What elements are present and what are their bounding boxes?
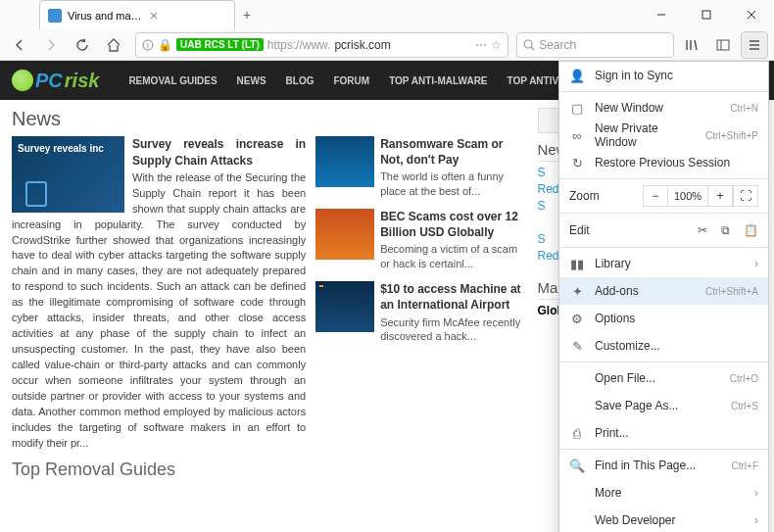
article-excerpt: Becoming a victim of a scam or hack is c… (380, 243, 517, 269)
news-heading: News (12, 108, 526, 130)
titlebar: Virus and malware removal ins × + (0, 0, 774, 29)
featured-article: Survey reveals inc Survey reveals increa… (12, 136, 306, 452)
reload-button[interactable] (69, 31, 96, 59)
gear-icon: ⚙ (569, 312, 585, 326)
logo-text-2: risk (65, 70, 100, 92)
mask-icon: ∞ (569, 128, 585, 143)
minimize-button[interactable] (639, 0, 684, 29)
article-thumb (315, 136, 374, 187)
library-button[interactable] (678, 31, 705, 59)
menu-restore[interactable]: ↻Restore Previous Session (559, 149, 768, 176)
print-icon: ⎙ (569, 426, 585, 441)
library-icon: ▮▮ (569, 257, 585, 271)
bookmark-icon[interactable]: ☆ (491, 38, 502, 52)
chevron-right-icon: › (754, 486, 758, 500)
maximize-button[interactable] (684, 0, 729, 29)
zoom-out-button[interactable]: − (643, 185, 668, 207)
content-area: PCrisk REMOVAL GUIDES NEWS BLOG FORUM TO… (0, 61, 774, 532)
featured-thumb: Survey reveals inc (12, 136, 124, 213)
main-column: News Survey reveals inc Survey reveals i… (12, 108, 526, 480)
nav-anti-malware[interactable]: TOP ANTI-MALWARE (379, 75, 497, 86)
article-excerpt: The world is often a funny place at the … (380, 170, 504, 197)
article-title: Ransomware Scam or Not, don't Pay (380, 136, 525, 168)
svg-rect-11 (717, 40, 729, 50)
search-icon (523, 39, 535, 51)
customize-icon: ✎ (569, 339, 585, 354)
menu-new-private[interactable]: ∞New Private WindowCtrl+Shift+P (559, 121, 768, 149)
article-bec[interactable]: BEC Scams cost over 12 Billion USD Globa… (315, 209, 525, 271)
sidebar-button[interactable] (709, 31, 737, 59)
svg-rect-1 (702, 11, 710, 19)
back-button[interactable] (6, 31, 33, 59)
svg-text:i: i (147, 41, 149, 50)
menu-more[interactable]: More› (559, 479, 768, 507)
search-bar[interactable]: Search (516, 32, 674, 58)
featured-body: conducted by CrowdStrike further showed … (12, 218, 306, 449)
window-icon: ▢ (569, 101, 585, 116)
menu-sync[interactable]: 👤Sign in to Sync (559, 62, 768, 89)
cut-icon[interactable]: ✂ (698, 223, 707, 237)
tab-title: Virus and malware removal ins (68, 10, 144, 22)
chevron-right-icon: › (754, 513, 758, 527)
hamburger-menu-button[interactable] (741, 31, 768, 59)
paste-icon[interactable]: 📋 (744, 223, 758, 237)
fullscreen-button[interactable]: ⛶ (733, 185, 758, 207)
copy-icon[interactable]: ⧉ (721, 223, 730, 237)
forward-button[interactable] (37, 31, 65, 59)
tab-favicon (48, 9, 62, 23)
nav-forum[interactable]: FORUM (323, 75, 379, 86)
restore-icon: ↻ (569, 156, 585, 170)
logo-text-1: PC (35, 70, 63, 92)
menu-find[interactable]: 🔍Find in This Page...Ctrl+F (559, 452, 768, 479)
menu-edit: Edit ✂ ⧉ 📋 (559, 216, 768, 245)
addons-icon: ✦ (569, 284, 585, 299)
site-logo[interactable]: PCrisk (12, 70, 99, 92)
article-title: $10 to access Machine at an Internationa… (380, 281, 525, 313)
browser-tab[interactable]: Virus and malware removal ins × (39, 0, 235, 29)
article-thumb (315, 281, 374, 332)
nav-blog[interactable]: BLOG (276, 75, 324, 86)
ev-badge: UAB RCS LT (LT) (176, 38, 264, 51)
app-menu: 👤Sign in to Sync ▢New WindowCtrl+N ∞New … (558, 61, 769, 532)
url-host: pcrisk.com (334, 38, 390, 52)
nav-removal-guides[interactable]: REMOVAL GUIDES (119, 75, 226, 86)
page-actions-icon[interactable]: ⋯ (475, 38, 487, 52)
menu-library[interactable]: ▮▮Library› (559, 250, 768, 277)
menu-print[interactable]: ⎙Print... (559, 419, 768, 447)
svg-point-6 (524, 40, 532, 48)
article-title: BEC Scams cost over 12 Billion USD Globa… (380, 209, 525, 240)
lock-icon: 🔒 (158, 38, 172, 52)
menu-customize[interactable]: ✎Customize... (559, 332, 768, 360)
close-tab-icon[interactable]: × (150, 8, 226, 24)
new-tab-button[interactable]: + (243, 7, 251, 23)
menu-open-file[interactable]: Open File...Ctrl+O (559, 364, 768, 392)
menu-webdev[interactable]: Web Developer› (559, 507, 768, 532)
zoom-value: 100% (668, 185, 707, 207)
secondary-articles: Ransomware Scam or Not, don't PayThe wor… (315, 136, 525, 452)
svg-line-10 (695, 40, 697, 50)
top-removal-heading: Top Removal Guides (12, 459, 526, 480)
home-button[interactable] (100, 31, 127, 59)
toolbar: i 🔒 UAB RCS LT (LT) https://www.pcrisk.c… (0, 29, 774, 61)
find-icon: 🔍 (569, 459, 585, 473)
sync-icon: 👤 (569, 69, 585, 83)
info-icon[interactable]: i (142, 39, 154, 51)
address-bar[interactable]: i 🔒 UAB RCS LT (LT) https://www.pcrisk.c… (135, 32, 508, 58)
close-window-button[interactable] (729, 0, 774, 29)
logo-icon (12, 70, 33, 91)
menu-save-page[interactable]: Save Page As...Ctrl+S (559, 392, 768, 419)
menu-new-window[interactable]: ▢New WindowCtrl+N (559, 94, 768, 121)
zoom-in-button[interactable]: + (707, 185, 733, 207)
menu-zoom: Zoom − 100% + ⛶ (559, 181, 768, 211)
article-ransomware[interactable]: Ransomware Scam or Not, don't PayThe wor… (315, 136, 525, 199)
svg-line-7 (531, 47, 534, 50)
menu-options[interactable]: ⚙Options (559, 305, 768, 332)
article-excerpt: Security firm McAfee recently discovered… (380, 316, 520, 343)
featured-title[interactable]: Survey reveals increase in Supply Chain … (132, 137, 306, 168)
url-prefix: https://www. (267, 38, 331, 52)
chevron-right-icon: › (754, 257, 758, 270)
menu-addons[interactable]: ✦Add-onsCtrl+Shift+A (559, 277, 768, 305)
article-airport[interactable]: $10 to access Machine at an Internationa… (315, 281, 525, 344)
nav-news[interactable]: NEWS (227, 75, 276, 86)
search-placeholder: Search (539, 38, 576, 52)
